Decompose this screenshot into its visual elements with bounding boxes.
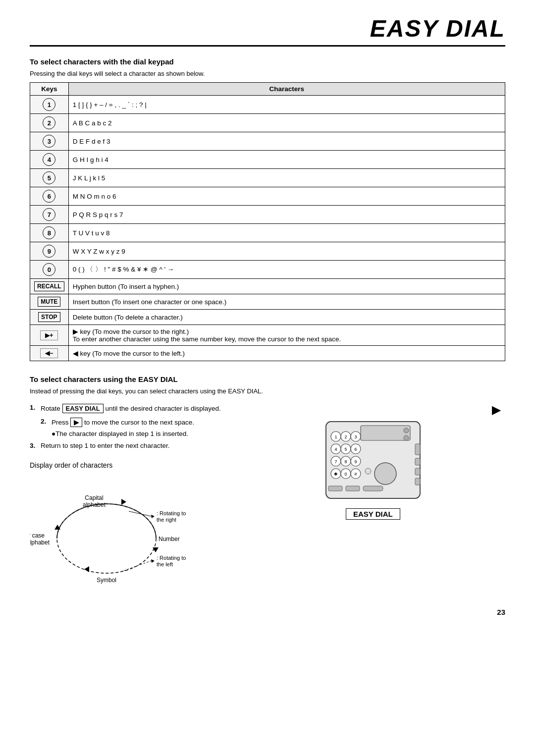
svg-text:: Rotating to: : Rotating to	[157, 555, 186, 561]
svg-marker-16	[151, 559, 155, 563]
step-3: 3. Return to step 1 to enter the next ch…	[30, 442, 221, 449]
key-circle: 7	[43, 208, 55, 221]
step-2-bullet: ●The character displayed in step 1 is in…	[52, 430, 188, 437]
svg-rect-49	[328, 486, 342, 491]
cycle-diagram: Capital alphabet Number Symbol Lower cas…	[30, 474, 188, 593]
forward-btn: ▶	[70, 418, 82, 427]
table-chars-cell: P Q R S p q r s 7	[68, 206, 505, 224]
table-key-cell: ◀−	[30, 346, 69, 361]
key-rect: MUTE	[38, 297, 60, 307]
display-order-section: Display order of characters	[30, 461, 221, 593]
cycle-svg: Capital alphabet Number Symbol Lower cas…	[30, 474, 188, 593]
svg-rect-55	[415, 478, 420, 485]
section2-subtitle: Instead of pressing the dial keys, you c…	[30, 387, 505, 395]
svg-text:0: 0	[344, 472, 347, 477]
svg-text:1: 1	[334, 434, 337, 439]
svg-rect-50	[346, 486, 360, 491]
table-chars-cell: ◀ key (To move the cursor to the left.)	[68, 346, 505, 361]
svg-text:3: 3	[354, 434, 357, 439]
svg-text:✱: ✱	[334, 472, 338, 477]
steps-area: 1. Rotate EASY DIAL until the desired ch…	[30, 404, 221, 593]
table-chars-cell: Delete button (To delete a character.)	[68, 310, 505, 325]
forward-indicator: ▶	[492, 404, 500, 417]
table-chars-cell: J K L j k l 5	[68, 169, 505, 187]
table-key-cell: 2	[30, 114, 69, 132]
table-key-cell: MUTE	[30, 294, 69, 310]
svg-rect-51	[363, 486, 383, 491]
key-icon: ◀−	[40, 348, 58, 358]
table-key-cell: 5	[30, 169, 69, 187]
col-characters: Characters	[68, 83, 505, 96]
table-key-cell: 9	[30, 242, 69, 261]
table-chars-cell: D E F d e f 3	[68, 132, 505, 151]
section1-heading: To select characters with the dial keypa…	[30, 57, 505, 66]
table-chars-cell: A B C a b c 2	[68, 114, 505, 132]
svg-text:Symbol: Symbol	[97, 577, 116, 584]
table-chars-cell: Hyphen button (To insert a hyphen.)	[68, 279, 505, 294]
svg-text:6: 6	[354, 447, 357, 452]
svg-rect-52	[415, 444, 420, 455]
key-circle: 4	[43, 153, 55, 166]
easy-dial-label: EASY DIAL	[346, 508, 400, 520]
svg-rect-53	[415, 458, 420, 465]
table-chars-cell: 1 [ ] { } + – / = , . _ ` : ; ? |	[68, 96, 505, 114]
svg-text:the left: the left	[157, 561, 173, 567]
svg-text:8: 8	[344, 459, 347, 464]
svg-point-22	[404, 435, 409, 440]
svg-point-47	[365, 468, 371, 474]
phone-illustration: 1 2 3 4 5 6 7 8 9 ✱	[321, 417, 425, 503]
key-circle: 9	[43, 245, 55, 258]
section2: To select characters using the EASY DIAL…	[30, 375, 505, 593]
svg-point-48	[374, 463, 396, 485]
svg-text:9: 9	[354, 459, 357, 464]
character-table: Keys Characters 11 [ ] { } + – / = , . _…	[30, 82, 505, 361]
svg-line-15	[124, 561, 151, 571]
svg-text:#: #	[354, 472, 357, 477]
key-circle: 6	[43, 190, 55, 203]
table-chars-cell: ▶ key (To move the cursor to the right.)…	[68, 325, 505, 346]
table-key-cell: 0	[30, 261, 69, 279]
key-circle: 2	[43, 116, 55, 129]
table-key-cell: RECALL	[30, 279, 69, 294]
step-2: 2. Press ▶ to move the cursor to the nex…	[41, 418, 221, 437]
table-chars-cell: W X Y Z w x y z 9	[68, 242, 505, 261]
table-key-cell: STOP	[30, 310, 69, 325]
svg-text:: Rotating to: : Rotating to	[157, 510, 186, 516]
svg-line-11	[129, 511, 151, 516]
dial-image-area: ▶ 1 2 3 4	[241, 404, 505, 520]
svg-text:Lower case: Lower case	[30, 532, 45, 539]
svg-rect-54	[415, 468, 420, 475]
key-circle: 3	[43, 135, 55, 148]
svg-marker-1	[121, 499, 126, 505]
table-key-cell: 8	[30, 224, 69, 242]
section1-subtitle: Pressing the dial keys will select a cha…	[30, 70, 505, 77]
svg-text:2: 2	[344, 434, 347, 439]
svg-text:Capital: Capital	[85, 494, 103, 501]
key-circle: 8	[43, 226, 55, 239]
svg-marker-12	[151, 515, 155, 518]
svg-marker-3	[84, 566, 89, 572]
svg-point-21	[404, 428, 409, 433]
key-circle: 5	[43, 171, 55, 184]
easy-dial-box-1: EASY DIAL	[62, 404, 104, 413]
svg-text:alphabet: alphabet	[83, 501, 106, 508]
table-chars-cell: G H I g h i 4	[68, 151, 505, 169]
key-icon: ▶+	[40, 330, 58, 340]
table-key-cell: 7	[30, 206, 69, 224]
col-keys: Keys	[30, 83, 69, 96]
step-1: 1. Rotate EASY DIAL until the desired ch…	[30, 404, 221, 413]
table-chars-cell: T U V t u v 8	[68, 224, 505, 242]
table-chars-cell: 0 ( ) 〈 〉 ! " # $ % & ¥ ∗ @ ^ ' →	[68, 261, 505, 279]
table-key-cell: ▶+	[30, 325, 69, 346]
svg-rect-20	[361, 426, 410, 440]
page-number: 23	[30, 608, 505, 616]
display-order-heading: Display order of characters	[30, 461, 221, 469]
page-title: EASY DIAL	[30, 15, 505, 47]
svg-text:alphabet: alphabet	[30, 539, 50, 546]
table-chars-cell: Insert button (To insert one character o…	[68, 294, 505, 310]
section1: To select characters with the dial keypa…	[30, 57, 505, 361]
table-key-cell: 6	[30, 187, 69, 206]
key-circle: 0	[43, 263, 55, 276]
svg-text:5: 5	[344, 447, 347, 452]
table-key-cell: 3	[30, 132, 69, 151]
